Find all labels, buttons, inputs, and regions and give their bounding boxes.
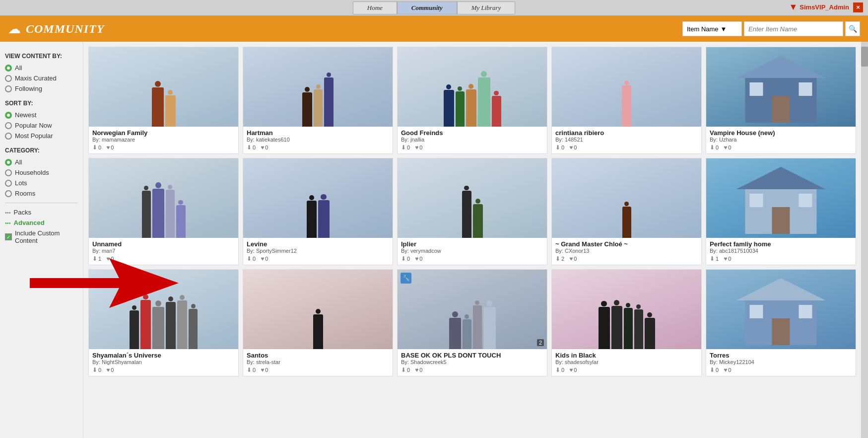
sidebar-label-newest: Newest <box>15 111 36 119</box>
search-dropdown[interactable]: Item Name ▼ <box>682 21 742 36</box>
search-icon: 🔍 <box>849 25 857 33</box>
download-icon: ⬇ <box>555 255 560 262</box>
download-count: 0 <box>407 256 410 262</box>
grid-item[interactable]: Unnamed By: man7 ⬇ 1 ♥ 0 <box>88 158 239 265</box>
grid-item[interactable]: Santos By: strela-star ⬇ 0 ♥ 0 <box>243 269 393 376</box>
tab-home[interactable]: Home <box>353 1 397 14</box>
grid-item-thumbnail <box>706 270 856 349</box>
item-stats: ⬇ 0 ♥ 0 <box>247 366 389 373</box>
grid-item[interactable]: 🔧2 BASE OK OK PLS DONT TOUCH By: Shadowc… <box>397 269 547 376</box>
grid-item[interactable]: Vampire House (new) By: Uzhara ⬇ 0 ♥ 0 <box>706 47 856 154</box>
svg-rect-2 <box>772 96 790 123</box>
item-stats: ⬇ 0 ♥ 0 <box>710 144 852 151</box>
checkbox-include-custom: ✓ <box>5 233 12 240</box>
download-icon: ⬇ <box>92 255 97 262</box>
like-stat: ♥ 0 <box>724 255 731 262</box>
sidebar-label-packs: Packs <box>14 209 31 216</box>
scrollbar-thumb[interactable] <box>861 47 868 67</box>
download-stat: ⬇ 0 <box>401 366 410 373</box>
heart-icon: ♥ <box>261 366 264 373</box>
grid-item[interactable]: Perfect famliy home By: abc1817510034 ⬇ … <box>706 158 856 265</box>
tab-my-library[interactable]: My Library <box>457 1 516 14</box>
download-icon: ⬇ <box>555 144 560 151</box>
grid-item[interactable]: Good Freinds By: jnallia ⬇ 0 ♥ 0 <box>397 47 547 154</box>
item-author: By: jnallia <box>401 137 543 143</box>
sidebar-item-newest[interactable]: Newest <box>5 110 78 120</box>
sidebar-item-most-popular[interactable]: Most Popular <box>5 131 78 141</box>
item-stats: ⬇ 1 ♥ 0 <box>710 255 852 262</box>
content-area: Norwegian Family By: mamamazare ⬇ 0 ♥ 0 <box>83 42 861 438</box>
heart-icon: ♥ <box>415 366 418 373</box>
item-title: Good Freinds <box>401 129 543 137</box>
download-count: 0 <box>98 367 101 373</box>
item-stats: ⬇ 1 ♥ 0 <box>92 255 235 262</box>
radio-all-category <box>5 159 12 166</box>
grid-item[interactable]: Kids in Black By: shadesofsylar ⬇ 0 ♥ 0 <box>551 269 702 376</box>
scrollbar-track[interactable] <box>861 42 868 438</box>
close-button[interactable]: × <box>853 2 863 12</box>
grid-item-info: Shyamalan´s Universe By: NightShyamalan … <box>89 349 238 376</box>
item-stats: ⬇ 0 ♥ 0 <box>247 255 389 262</box>
grid-item[interactable]: ~ Grand Master Chloé ~ By: CXonor13 ⬇ 2 … <box>551 158 702 265</box>
download-icon: ⬇ <box>710 255 715 262</box>
grid-item[interactable]: Levine By: SportySimmer12 ⬇ 0 ♥ 0 <box>243 158 393 265</box>
sidebar-item-advanced[interactable]: ••• Advanced <box>5 218 78 228</box>
grid-item[interactable]: Norwegian Family By: mamamazare ⬇ 0 ♥ 0 <box>88 47 239 154</box>
count-badge: 2 <box>537 339 544 346</box>
sidebar-item-maxis-curated[interactable]: Maxis Curated <box>5 73 78 83</box>
like-stat: ♥ 0 <box>106 366 114 373</box>
like-stat: ♥ 0 <box>106 255 114 262</box>
like-count: 0 <box>419 367 422 373</box>
grid-item-info: ~ Grand Master Chloé ~ By: CXonor13 ⬇ 2 … <box>552 238 701 265</box>
grid-item-thumbnail <box>243 47 393 127</box>
grid-item[interactable]: Torres By: Mickey122104 ⬇ 0 ♥ 0 <box>706 269 856 376</box>
item-title: Levine <box>247 240 389 248</box>
sidebar-item-following[interactable]: Following <box>5 83 78 94</box>
item-author: By: NightShyamalan <box>92 359 235 365</box>
item-stats: ⬇ 0 ♥ 0 <box>92 144 235 151</box>
grid-item[interactable]: Shyamalan´s Universe By: NightShyamalan … <box>88 269 239 376</box>
wrench-badge: 🔧 <box>401 273 411 284</box>
user-v-icon: ▼ <box>789 2 798 12</box>
heart-icon: ♥ <box>415 144 418 151</box>
sidebar-item-packs[interactable]: ••• Packs <box>5 207 78 218</box>
sidebar-label-lots: Lots <box>15 179 27 187</box>
like-count: 0 <box>111 145 114 150</box>
item-stats: ⬇ 0 ♥ 0 <box>401 366 543 373</box>
item-stats: ⬇ 0 ♥ 0 <box>401 255 543 262</box>
sidebar-item-popular-now[interactable]: Popular Now <box>5 120 78 131</box>
grid-item[interactable]: crintiana ribiero By: 148521 ⬇ 0 ♥ 0 <box>551 47 702 154</box>
item-stats: ⬇ 0 ♥ 0 <box>555 144 698 151</box>
grid-item[interactable]: Hartman By: katiekates610 ⬇ 0 ♥ 0 <box>243 47 393 154</box>
search-input[interactable] <box>744 21 843 36</box>
download-count: 0 <box>253 367 256 373</box>
item-title: ~ Grand Master Chloé ~ <box>555 240 698 248</box>
item-author: By: abc1817510034 <box>710 248 852 254</box>
like-stat: ♥ 0 <box>415 255 422 262</box>
like-count: 0 <box>728 256 731 262</box>
sidebar-item-include-custom[interactable]: ✓ Include Custom Content <box>5 228 78 246</box>
grid-item-info: Torres By: Mickey122104 ⬇ 0 ♥ 0 <box>706 349 856 376</box>
radio-lots <box>5 180 12 187</box>
sidebar-item-lots[interactable]: Lots <box>5 178 78 188</box>
packs-dots-icon: ••• <box>5 210 11 216</box>
grid-item[interactable]: Iplier By: verymadcow ⬇ 0 ♥ 0 <box>397 158 547 265</box>
sidebar-item-rooms[interactable]: Rooms <box>5 188 78 199</box>
sidebar-item-all-content[interactable]: All <box>5 63 78 73</box>
grid-item-thumbnail <box>552 270 701 349</box>
like-stat: ♥ 0 <box>724 366 731 373</box>
item-title: Norwegian Family <box>92 129 235 137</box>
sidebar-item-all-category[interactable]: All <box>5 157 78 167</box>
download-stat: ⬇ 1 <box>710 255 719 262</box>
sidebar-item-households[interactable]: Households <box>5 167 78 178</box>
radio-following <box>5 85 12 92</box>
grid-item-info: crintiana ribiero By: 148521 ⬇ 0 ♥ 0 <box>552 127 701 153</box>
grid-item-info: Good Freinds By: jnallia ⬇ 0 ♥ 0 <box>398 127 547 153</box>
tab-community[interactable]: Community <box>397 1 457 14</box>
item-title: Perfect famliy home <box>710 240 852 248</box>
item-title: Kids in Black <box>555 352 698 359</box>
search-button[interactable]: 🔍 <box>845 21 860 36</box>
radio-rooms <box>5 190 12 197</box>
item-author: By: man7 <box>92 248 235 254</box>
like-stat: ♥ 0 <box>724 144 731 151</box>
